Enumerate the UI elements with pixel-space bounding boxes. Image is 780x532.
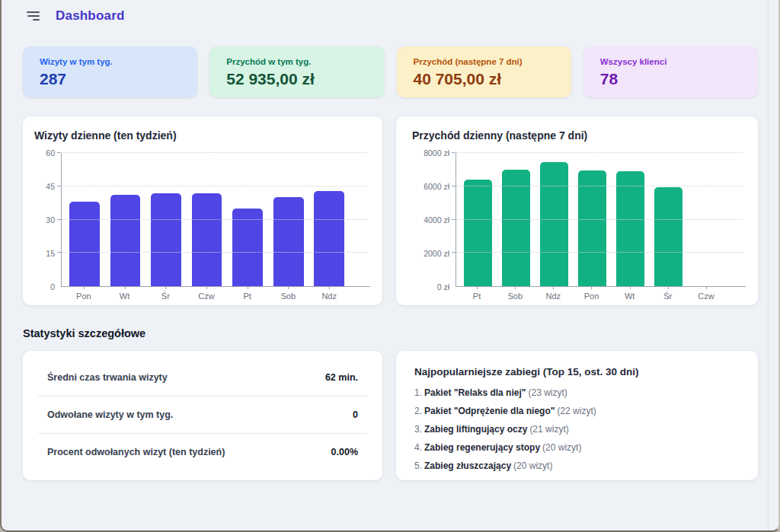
bar-Pon	[69, 202, 100, 286]
stat-value: 78	[600, 70, 741, 88]
stat-card-all-clients: Wszyscy klienci 78	[583, 46, 758, 97]
stat-label: Wszyscy klienci	[600, 57, 741, 66]
gridline	[456, 252, 743, 253]
stat-card-visits-week: Wizyty w tym tyg. 287	[23, 46, 197, 97]
right-edge-divider	[768, 0, 769, 530]
x-axis-label: Pon	[572, 287, 610, 301]
x-axis-label: Wt	[104, 287, 145, 301]
daily-visits-bar-chart: 604530150 PonWtŚrCzwPtSobNdz	[34, 153, 370, 301]
stat-cards-row: Wizyty w tym tyg. 287 Przychód w tym tyg…	[23, 46, 758, 97]
y-axis-tick-label: 4000 zł	[424, 215, 449, 225]
list-item: 4.Zabieg regenerujący stopy(20 wizyt)	[414, 442, 740, 453]
stat-card-revenue-next7: Przychód (następne 7 dni) 40 705,00 zł	[397, 46, 571, 97]
item-name: Zabieg regenerujący stopy	[424, 442, 540, 453]
stat-row-label: Procent odwołanych wizyt (ten tydzień)	[47, 447, 225, 457]
bar-column	[308, 153, 350, 286]
bar-Śr	[654, 187, 682, 286]
bar-column	[573, 153, 611, 286]
y-axis-tick-label: 2000 zł	[424, 249, 449, 258]
item-name: Pakiet "Relaks dla niej"	[424, 387, 526, 398]
x-axis-label: Sob	[268, 287, 309, 301]
details-row: Średni czas trwania wizyty 62 min. Odwoł…	[23, 351, 758, 480]
y-axis-tick-label: 15	[46, 249, 55, 258]
x-axis-label: Wt	[611, 287, 649, 301]
bar-column	[187, 153, 228, 286]
x-axis-label: Pt	[458, 287, 496, 301]
stat-value: 52 935,00 zł	[226, 70, 367, 88]
y-axis: 604530150	[34, 153, 61, 287]
x-axis-label: Pt	[227, 287, 268, 301]
stat-row-cancelled: Odwołane wizyty w tym tyg. 0	[38, 397, 367, 434]
dashboard-window: Dashboard Wizyty w tym tyg. 287 Przychód…	[0, 0, 780, 532]
header: Dashboard	[2, 0, 778, 24]
stat-row-label: Średni czas trwania wizyty	[47, 372, 168, 383]
y-axis-tick-label: 0	[50, 282, 55, 291]
charts-row: Wizyty dzienne (ten tydzień) 604530150 P…	[23, 116, 758, 305]
bar-Sob	[273, 197, 304, 286]
stat-row-cancel-percent: Procent odwołanych wizyt (ten tydzień) 0…	[38, 434, 367, 470]
item-name: Zabieg złuszczający	[424, 460, 511, 471]
x-axis-label: Śr	[145, 287, 186, 301]
x-axis: PonWtŚrCzwPtSobNdz	[61, 287, 352, 301]
page-title: Dashboard	[56, 8, 125, 24]
bar-column	[497, 153, 535, 286]
y-axis-tick-label: 0 zł	[437, 282, 449, 291]
plot-area	[61, 153, 370, 287]
item-rank: 2.	[414, 406, 422, 416]
x-axis-label: Pon	[63, 287, 104, 301]
y-axis: 8000 zł6000 zł4000 zł2000 zł0 zł	[411, 153, 456, 287]
stat-label: Wizyty w tym tyg.	[40, 57, 181, 66]
bars	[456, 153, 727, 286]
stat-value: 40 705,00 zł	[414, 70, 555, 88]
list-item: 5.Zabieg złuszczający(20 wizyt)	[414, 460, 740, 471]
x-axis-label: Czw	[687, 287, 725, 301]
y-axis-tick-label: 45	[46, 182, 55, 191]
bar-column	[64, 153, 105, 286]
y-axis-tick-label: 60	[46, 148, 55, 158]
list-item: 1.Pakiet "Relaks dla niej"(23 wizyt)	[414, 387, 740, 398]
x-axis-label: Sob	[496, 287, 534, 301]
chart-title: Przychód dzienny (następne 7 dni)	[412, 129, 746, 142]
bar-Pt	[464, 180, 492, 286]
x-axis-label: Ndz	[308, 287, 350, 301]
gridline	[456, 152, 743, 153]
bar-column	[227, 153, 268, 286]
y-axis-tick-label: 6000 zł	[424, 182, 449, 191]
bar-column	[649, 153, 687, 286]
item-count: (20 wizyt)	[542, 442, 581, 453]
stat-value: 287	[40, 70, 181, 88]
chart-title: Wizyty dzienne (ten tydzień)	[34, 129, 370, 142]
stat-row-avg-duration: Średni czas trwania wizyty 62 min.	[38, 359, 367, 397]
hamburger-menu-icon[interactable]	[27, 10, 40, 22]
item-count: (20 wizyt)	[513, 460, 552, 471]
gridline	[62, 186, 367, 186]
top-treatments-card: Najpopularniejsze zabiegi (Top 15, ost. …	[396, 351, 758, 480]
x-axis: PtSobNdzPonWtŚrCzw	[456, 287, 727, 301]
bar-Śr	[151, 193, 181, 287]
stat-row-value: 62 min.	[325, 372, 358, 383]
x-axis-label: Czw	[186, 287, 227, 301]
bar-Pon	[578, 170, 606, 286]
item-count: (23 wizyt)	[528, 387, 567, 398]
gridline	[62, 252, 367, 253]
item-rank: 3.	[414, 424, 422, 435]
item-count: (22 wizyt)	[557, 406, 596, 416]
list-item: 3.Zabieg liftingujący oczy(21 wizyt)	[414, 424, 740, 435]
details-section-title: Statystyki szczegółowe	[23, 327, 778, 339]
daily-visits-chart-card: Wizyty dzienne (ten tydzień) 604530150 P…	[23, 116, 382, 305]
item-rank: 1.	[414, 387, 422, 398]
plot-area	[456, 153, 746, 287]
bar-Ndz	[540, 162, 568, 286]
gridline	[456, 186, 743, 186]
bar-Ndz	[314, 191, 344, 286]
x-axis-label: Ndz	[534, 287, 572, 301]
top-treatments-title: Najpopularniejsze zabiegi (Top 15, ost. …	[414, 366, 740, 377]
stat-row-value: 0.00%	[331, 447, 358, 457]
item-rank: 5.	[414, 460, 422, 471]
bar-column	[145, 153, 187, 286]
bars	[62, 153, 352, 286]
bar-column	[687, 153, 725, 286]
y-axis-tick-label: 8000 zł	[424, 148, 449, 158]
y-axis-tick-label: 30	[46, 215, 55, 225]
stat-row-value: 0	[353, 409, 358, 420]
